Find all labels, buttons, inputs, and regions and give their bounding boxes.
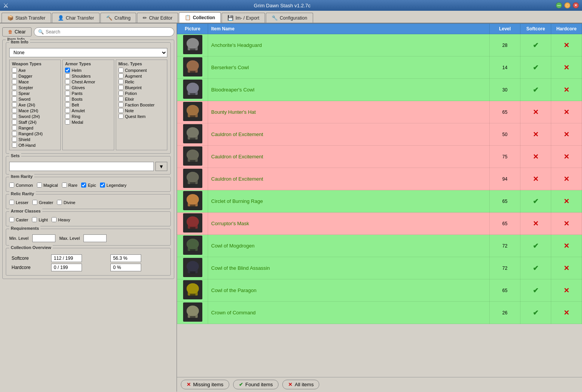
tab-crafting[interactable]: 🔨Crafting [100, 13, 136, 23]
svg-rect-34 [190, 182, 195, 184]
item-softcore-cell-2: ✔ [520, 56, 551, 79]
checkbox-label-greater: Greater [39, 200, 53, 205]
checkbox-caster[interactable] [9, 217, 14, 222]
minimize-button[interactable]: — [556, 2, 562, 8]
table-row[interactable]: Circlet of Burning Rage65✔✕ [177, 190, 582, 213]
checkbox-light[interactable] [32, 217, 37, 222]
table-row[interactable]: Cowl of the Paragon65✔✕ [177, 279, 582, 302]
checkbox-label-medal: Medal [72, 120, 83, 125]
checkbox-sword2h[interactable] [12, 114, 17, 119]
checkbox-heavy[interactable] [52, 217, 57, 222]
checkbox-label-ranged: Ranged [18, 126, 33, 130]
tab-collection[interactable]: 📋Collection [179, 12, 221, 23]
tab-stash-transfer[interactable]: 📦Stash Transfer [2, 13, 51, 23]
checkbox-medal[interactable] [65, 120, 70, 125]
check-icon: ✔ [533, 264, 539, 272]
svg-rect-4 [190, 48, 195, 51]
tab-char-editor[interactable]: ✏Char Editor [137, 13, 178, 23]
checkbox-divine[interactable] [57, 200, 62, 205]
table-row[interactable]: Cauldron of Excitement94✕✕ [177, 168, 582, 190]
table-row[interactable]: Bloodreaper's Cowl30✔✕ [177, 79, 582, 101]
checkbox-label-legendary: Legendary [107, 183, 127, 188]
checkbox-boots[interactable] [65, 96, 70, 101]
all-items-button[interactable]: ✕ All items [282, 380, 319, 389]
types-row: Weapon Types AxeDaggerMaceScepterSpearSw… [9, 60, 167, 150]
sets-dropdown-button[interactable]: ▼ [155, 162, 167, 171]
table-row[interactable]: Cowl of Mogdrogen72✔✕ [177, 235, 582, 257]
tab-im-export[interactable]: 💾Im- / Export [222, 13, 265, 23]
cross-icon: ✕ [564, 108, 569, 116]
checkbox-sword[interactable] [12, 96, 17, 101]
search-input[interactable] [46, 29, 170, 35]
checkbox-ranged[interactable] [12, 125, 17, 130]
clear-button[interactable]: 🗑 Clear [2, 27, 32, 37]
item-level-cell-3: 30 [490, 79, 520, 101]
item-level-cell-5: 50 [490, 123, 520, 146]
checkbox-helm[interactable] [65, 68, 70, 73]
checkbox-offhand[interactable] [12, 143, 17, 148]
checkbox-common[interactable] [9, 183, 14, 188]
close-button[interactable]: ✕ [573, 2, 579, 8]
checkbox-legendary[interactable] [100, 183, 105, 188]
min-level-input[interactable] [32, 234, 55, 242]
checkbox-quest_item[interactable] [118, 114, 123, 119]
checkbox-faction_booster[interactable] [118, 102, 123, 107]
checkbox-mace[interactable] [12, 79, 17, 84]
checkbox-pants[interactable] [65, 91, 70, 96]
checkbox-component[interactable] [118, 68, 123, 73]
checkbox-ring[interactable] [65, 114, 70, 119]
check-icon: ✔ [533, 198, 539, 205]
table-row[interactable]: Berserker's Cowl14✔✕ [177, 56, 582, 79]
checkbox-shield[interactable] [12, 137, 17, 142]
item-level-cell-12: 65 [490, 279, 520, 302]
tab-configuration[interactable]: 🔧Configuration [266, 13, 313, 23]
checkbox-potion[interactable] [118, 91, 123, 96]
item-info-dropdown[interactable]: NoneHeadShouldersChestHandsLegsFeet [9, 48, 167, 57]
table-row[interactable]: Cauldron of Excitement75✕✕ [177, 146, 582, 168]
table-row[interactable]: Corruptor's Mask65✕✕ [177, 213, 582, 235]
checkbox-elixir[interactable] [118, 96, 123, 101]
checkbox-rare[interactable] [62, 183, 67, 188]
checkbox-lesser[interactable] [9, 200, 14, 205]
missing-items-button[interactable]: ✕ Missing items [181, 380, 229, 389]
table-row[interactable]: Cowl of the Blind Assassin72✔✕ [177, 257, 582, 279]
checkbox-relic[interactable] [118, 79, 123, 84]
checkbox-ranged2h[interactable] [12, 131, 17, 136]
checkbox-spear[interactable] [12, 91, 17, 96]
checkbox-item-offhand: Off-Hand [12, 143, 58, 148]
checkbox-label-scepter: Scepter [18, 85, 33, 90]
item-hardcore-cell-11: ✕ [551, 257, 582, 279]
checkbox-gloves[interactable] [65, 85, 70, 90]
checkbox-greater[interactable] [32, 200, 37, 205]
table-row[interactable]: Cauldron of Excitement50✕✕ [177, 123, 582, 146]
checkbox-note[interactable] [118, 108, 123, 113]
found-items-button[interactable]: ✔ Found items [233, 380, 279, 389]
checkbox-blueprint[interactable] [118, 85, 123, 90]
checkbox-staff2h[interactable] [12, 120, 17, 125]
checkbox-amulet[interactable] [65, 108, 70, 113]
table-row[interactable]: Crown of Command26✔✕ [177, 302, 582, 324]
table-scroll[interactable]: Picture Item Name Level Softcore Hardcor… [177, 23, 582, 377]
sets-input[interactable] [9, 162, 154, 171]
table-row[interactable]: Anchorite's Headguard28✔✕ [177, 34, 582, 56]
checkbox-item-shield: Shield [12, 137, 58, 142]
checkbox-epic[interactable] [81, 183, 86, 188]
checkbox-scepter[interactable] [12, 85, 17, 90]
tab-char-transfer[interactable]: 👤Char Transfer [52, 13, 100, 23]
item-icon-cell-6 [177, 146, 208, 168]
checkbox-label-ranged2h: Ranged (2H) [18, 131, 43, 136]
checkbox-axe2h[interactable] [12, 102, 17, 107]
checkbox-chest[interactable] [65, 79, 70, 84]
checkbox-axe[interactable] [12, 68, 17, 73]
checkbox-magical[interactable] [37, 183, 42, 188]
checkbox-mace2h[interactable] [12, 108, 17, 113]
checkbox-dagger[interactable] [12, 73, 17, 78]
max-level-input[interactable] [83, 234, 107, 242]
checkbox-belt[interactable] [65, 102, 70, 107]
svg-point-23 [188, 129, 197, 136]
checkbox-shoulders[interactable] [65, 73, 70, 78]
maximize-button[interactable]: □ [564, 2, 570, 8]
checkbox-augment[interactable] [118, 73, 123, 78]
search-box[interactable]: 🔍 [34, 27, 174, 37]
table-row[interactable]: Bounty Hunter's Hat65✕✕ [177, 101, 582, 123]
